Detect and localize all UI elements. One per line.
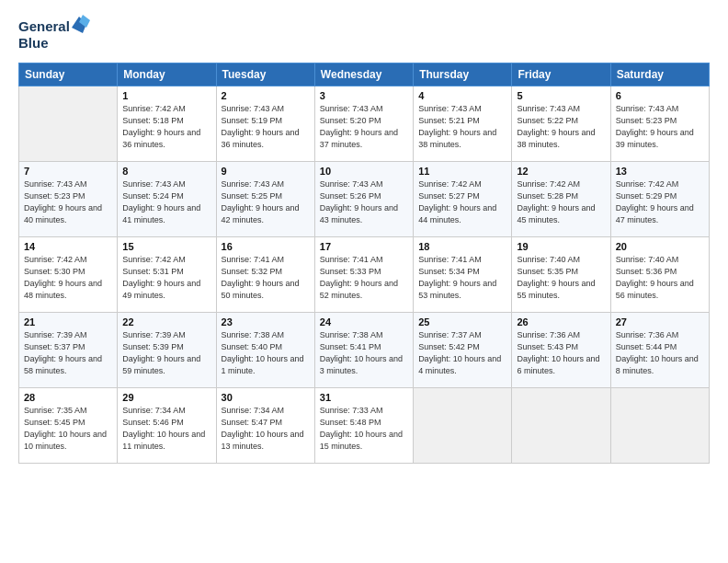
day-number: 2: [222, 90, 310, 101]
calendar-cell: 23Sunrise: 7:38 AMSunset: 5:40 PMDayligh…: [216, 313, 314, 388]
day-number: 8: [122, 166, 210, 177]
day-info: Sunrise: 7:36 AMSunset: 5:44 PMDaylight:…: [616, 329, 704, 377]
day-info: Sunrise: 7:36 AMSunset: 5:43 PMDaylight:…: [517, 329, 605, 377]
day-number: 17: [320, 241, 408, 252]
day-number: 31: [320, 392, 408, 403]
day-info: Sunrise: 7:42 AMSunset: 5:29 PMDaylight:…: [616, 178, 704, 226]
calendar-cell: 2Sunrise: 7:43 AMSunset: 5:19 PMDaylight…: [216, 86, 314, 162]
day-info: Sunrise: 7:43 AMSunset: 5:20 PMDaylight:…: [320, 103, 408, 151]
day-number: 19: [517, 241, 605, 252]
day-number: 4: [418, 90, 506, 101]
weekday-header-row: SundayMondayTuesdayWednesdayThursdayFrid…: [19, 63, 710, 86]
day-info: Sunrise: 7:33 AMSunset: 5:48 PMDaylight:…: [320, 405, 408, 453]
day-number: 29: [122, 392, 210, 403]
day-number: 21: [24, 316, 112, 327]
day-number: 15: [122, 241, 210, 252]
day-info: Sunrise: 7:40 AMSunset: 5:35 PMDaylight:…: [517, 254, 605, 302]
day-number: 13: [616, 166, 704, 177]
day-info: Sunrise: 7:41 AMSunset: 5:34 PMDaylight:…: [418, 254, 506, 302]
day-info: Sunrise: 7:38 AMSunset: 5:40 PMDaylight:…: [222, 329, 310, 377]
day-number: 28: [24, 392, 112, 403]
calendar-cell: [512, 388, 610, 464]
day-number: 26: [517, 316, 605, 327]
calendar-cell: 22Sunrise: 7:39 AMSunset: 5:39 PMDayligh…: [118, 313, 216, 388]
day-info: Sunrise: 7:40 AMSunset: 5:36 PMDaylight:…: [616, 254, 704, 302]
day-info: Sunrise: 7:43 AMSunset: 5:23 PMDaylight:…: [24, 178, 112, 226]
day-number: 20: [616, 241, 704, 252]
calendar-cell: 9Sunrise: 7:43 AMSunset: 5:25 PMDaylight…: [216, 162, 314, 237]
week-row-2: 7Sunrise: 7:43 AMSunset: 5:23 PMDaylight…: [19, 162, 710, 237]
day-info: Sunrise: 7:42 AMSunset: 5:27 PMDaylight:…: [418, 178, 506, 226]
calendar-cell: 31Sunrise: 7:33 AMSunset: 5:48 PMDayligh…: [314, 388, 413, 464]
calendar-cell: 15Sunrise: 7:42 AMSunset: 5:31 PMDayligh…: [118, 237, 216, 313]
calendar-cell: 19Sunrise: 7:40 AMSunset: 5:35 PMDayligh…: [512, 237, 610, 313]
weekday-header-sunday: Sunday: [19, 63, 118, 86]
calendar-page: General Blue SundayMondayTuesdayWednesda…: [0, 0, 728, 563]
calendar-cell: 7Sunrise: 7:43 AMSunset: 5:23 PMDaylight…: [19, 162, 118, 237]
day-info: Sunrise: 7:42 AMSunset: 5:28 PMDaylight:…: [517, 178, 605, 226]
day-info: Sunrise: 7:38 AMSunset: 5:41 PMDaylight:…: [320, 329, 408, 377]
weekday-header-saturday: Saturday: [610, 63, 709, 86]
day-number: 14: [24, 241, 112, 252]
calendar-cell: 13Sunrise: 7:42 AMSunset: 5:29 PMDayligh…: [610, 162, 709, 237]
day-number: 24: [320, 316, 408, 327]
calendar-cell: 1Sunrise: 7:42 AMSunset: 5:18 PMDaylight…: [118, 86, 216, 162]
calendar-cell: 20Sunrise: 7:40 AMSunset: 5:36 PMDayligh…: [610, 237, 709, 313]
day-number: 27: [616, 316, 704, 327]
calendar-cell: 24Sunrise: 7:38 AMSunset: 5:41 PMDayligh…: [314, 313, 413, 388]
calendar-cell: 10Sunrise: 7:43 AMSunset: 5:26 PMDayligh…: [314, 162, 413, 237]
week-row-1: 1Sunrise: 7:42 AMSunset: 5:18 PMDaylight…: [19, 86, 710, 162]
calendar-cell: 27Sunrise: 7:36 AMSunset: 5:44 PMDayligh…: [610, 313, 709, 388]
day-info: Sunrise: 7:39 AMSunset: 5:37 PMDaylight:…: [24, 329, 112, 377]
weekday-header-wednesday: Wednesday: [314, 63, 413, 86]
day-info: Sunrise: 7:42 AMSunset: 5:31 PMDaylight:…: [122, 254, 210, 302]
calendar-cell: 26Sunrise: 7:36 AMSunset: 5:43 PMDayligh…: [512, 313, 610, 388]
week-row-4: 21Sunrise: 7:39 AMSunset: 5:37 PMDayligh…: [19, 313, 710, 388]
day-info: Sunrise: 7:35 AMSunset: 5:45 PMDaylight:…: [24, 405, 112, 453]
day-number: 3: [320, 90, 408, 101]
day-info: Sunrise: 7:43 AMSunset: 5:22 PMDaylight:…: [517, 103, 605, 151]
calendar-cell: 3Sunrise: 7:43 AMSunset: 5:20 PMDaylight…: [314, 86, 413, 162]
week-row-3: 14Sunrise: 7:42 AMSunset: 5:30 PMDayligh…: [19, 237, 710, 313]
calendar-cell: 25Sunrise: 7:37 AMSunset: 5:42 PMDayligh…: [414, 313, 512, 388]
calendar-cell: 14Sunrise: 7:42 AMSunset: 5:30 PMDayligh…: [19, 237, 118, 313]
day-info: Sunrise: 7:39 AMSunset: 5:39 PMDaylight:…: [122, 329, 210, 377]
svg-text:General: General: [18, 18, 70, 34]
header: General Blue: [18, 15, 710, 53]
day-info: Sunrise: 7:34 AMSunset: 5:46 PMDaylight:…: [122, 405, 210, 453]
day-number: 30: [222, 392, 310, 403]
calendar-cell: 30Sunrise: 7:34 AMSunset: 5:47 PMDayligh…: [216, 388, 314, 464]
calendar-cell: 16Sunrise: 7:41 AMSunset: 5:32 PMDayligh…: [216, 237, 314, 313]
day-number: 16: [222, 241, 310, 252]
calendar-cell: 28Sunrise: 7:35 AMSunset: 5:45 PMDayligh…: [19, 388, 118, 464]
calendar-cell: 29Sunrise: 7:34 AMSunset: 5:46 PMDayligh…: [118, 388, 216, 464]
week-row-5: 28Sunrise: 7:35 AMSunset: 5:45 PMDayligh…: [19, 388, 710, 464]
day-number: 5: [517, 90, 605, 101]
logo: General Blue: [18, 15, 92, 53]
calendar-cell: 8Sunrise: 7:43 AMSunset: 5:24 PMDaylight…: [118, 162, 216, 237]
calendar-cell: [414, 388, 512, 464]
calendar-cell: 5Sunrise: 7:43 AMSunset: 5:22 PMDaylight…: [512, 86, 610, 162]
weekday-header-thursday: Thursday: [414, 63, 512, 86]
day-info: Sunrise: 7:42 AMSunset: 5:18 PMDaylight:…: [122, 103, 210, 151]
calendar-cell: 17Sunrise: 7:41 AMSunset: 5:33 PMDayligh…: [314, 237, 413, 313]
day-number: 12: [517, 166, 605, 177]
svg-text:Blue: Blue: [18, 35, 49, 51]
day-number: 9: [222, 166, 310, 177]
calendar-cell: 21Sunrise: 7:39 AMSunset: 5:37 PMDayligh…: [19, 313, 118, 388]
weekday-header-friday: Friday: [512, 63, 610, 86]
calendar-table: SundayMondayTuesdayWednesdayThursdayFrid…: [18, 63, 710, 464]
day-info: Sunrise: 7:41 AMSunset: 5:33 PMDaylight:…: [320, 254, 408, 302]
weekday-header-monday: Monday: [118, 63, 216, 86]
day-info: Sunrise: 7:43 AMSunset: 5:26 PMDaylight:…: [320, 178, 408, 226]
calendar-cell: [19, 86, 118, 162]
day-info: Sunrise: 7:34 AMSunset: 5:47 PMDaylight:…: [222, 405, 310, 453]
day-info: Sunrise: 7:43 AMSunset: 5:24 PMDaylight:…: [122, 178, 210, 226]
calendar-cell: [610, 388, 709, 464]
day-number: 1: [122, 90, 210, 101]
calendar-cell: 11Sunrise: 7:42 AMSunset: 5:27 PMDayligh…: [414, 162, 512, 237]
calendar-cell: 4Sunrise: 7:43 AMSunset: 5:21 PMDaylight…: [414, 86, 512, 162]
day-number: 18: [418, 241, 506, 252]
weekday-header-tuesday: Tuesday: [216, 63, 314, 86]
day-number: 25: [418, 316, 506, 327]
